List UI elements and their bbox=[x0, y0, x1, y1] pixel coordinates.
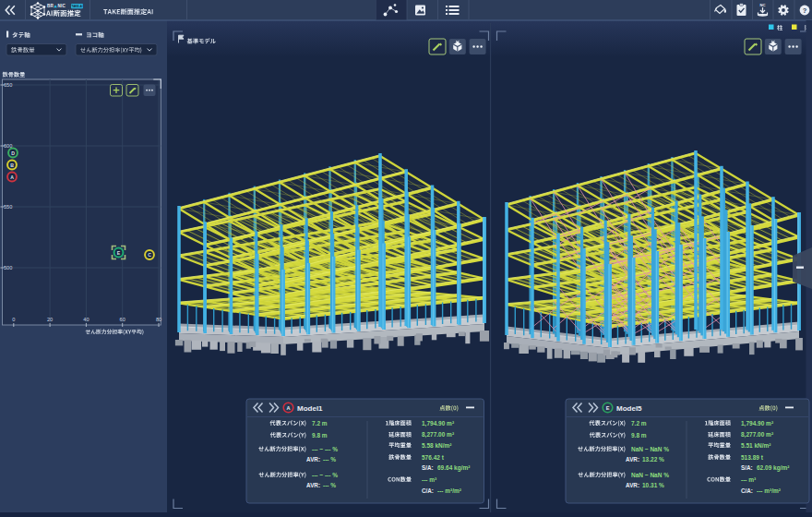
svg-text:13.22 %: 13.22 % bbox=[642, 456, 664, 463]
svg-text:NC: NC bbox=[759, 3, 765, 7]
svg-text:9.8 m: 9.8 m bbox=[631, 432, 647, 439]
svg-text:550: 550 bbox=[4, 204, 12, 210]
svg-text:0: 0 bbox=[12, 317, 15, 322]
svg-text:?: ? bbox=[803, 6, 807, 15]
svg-text:--- %: --- % bbox=[323, 456, 336, 463]
svg-text:9.8 m: 9.8 m bbox=[312, 432, 328, 439]
svg-text:--- m³/m²: --- m³/m² bbox=[437, 487, 462, 494]
svg-text:AVR:: AVR: bbox=[306, 456, 320, 463]
svg-text:B: B bbox=[10, 162, 14, 168]
svg-text:--- %: --- % bbox=[323, 482, 336, 488]
svg-text:60: 60 bbox=[120, 317, 125, 322]
svg-text:AVR:: AVR: bbox=[306, 482, 320, 488]
svg-text:576.42 t: 576.42 t bbox=[422, 454, 445, 461]
svg-text:E: E bbox=[117, 250, 121, 256]
svg-text:8,277.00 m²: 8,277.00 m² bbox=[741, 431, 774, 439]
svg-text:D: D bbox=[11, 150, 15, 156]
svg-text:--- ~ --- %: --- ~ --- % bbox=[312, 472, 338, 478]
svg-text:S/A:: S/A: bbox=[422, 464, 434, 471]
svg-text:69.64 kg/m²: 69.64 kg/m² bbox=[437, 464, 471, 472]
svg-text:E: E bbox=[606, 405, 610, 411]
svg-text:BR: BR bbox=[47, 4, 54, 8]
svg-text:650: 650 bbox=[4, 82, 12, 88]
svg-text:Model5: Model5 bbox=[616, 404, 642, 413]
svg-text:1,794.90 m²: 1,794.90 m² bbox=[422, 420, 455, 427]
svg-text:--- m³: --- m³ bbox=[422, 476, 437, 483]
svg-text:62.09 kg/m²: 62.09 kg/m² bbox=[757, 464, 790, 472]
svg-text:7.2 m: 7.2 m bbox=[631, 420, 647, 427]
svg-text:NIC: NIC bbox=[58, 4, 66, 8]
svg-text:AVR:: AVR: bbox=[626, 456, 639, 463]
svg-text:1,794.90 m²: 1,794.90 m² bbox=[741, 420, 774, 427]
svg-text:7.2 m: 7.2 m bbox=[312, 420, 328, 427]
svg-text:C/A:: C/A: bbox=[422, 487, 434, 494]
svg-text:--- m³: --- m³ bbox=[741, 476, 757, 483]
svg-text:500: 500 bbox=[4, 265, 12, 271]
svg-text:40: 40 bbox=[83, 317, 89, 322]
svg-text:20: 20 bbox=[47, 317, 53, 322]
svg-text:--- m³/m²: --- m³/m² bbox=[757, 487, 782, 494]
svg-text:NaN ~ NaN %: NaN ~ NaN % bbox=[631, 446, 669, 452]
svg-text:A: A bbox=[286, 405, 290, 411]
svg-text:8,277.00 m²: 8,277.00 m² bbox=[422, 431, 455, 439]
svg-text:A: A bbox=[10, 174, 14, 180]
svg-text:C/A:: C/A: bbox=[741, 487, 753, 494]
svg-text:AVR:: AVR: bbox=[626, 482, 639, 488]
svg-text:5.58 kN/m²: 5.58 kN/m² bbox=[422, 442, 452, 449]
svg-text:80: 80 bbox=[156, 317, 161, 322]
svg-text:S/A:: S/A: bbox=[741, 464, 753, 471]
svg-text:TAKE-AI: TAKE-AI bbox=[72, 5, 83, 8]
svg-text:513.89 t: 513.89 t bbox=[741, 454, 764, 461]
svg-text:NaN ~ NaN %: NaN ~ NaN % bbox=[631, 472, 669, 478]
svg-text:5.51 kN/m²: 5.51 kN/m² bbox=[741, 442, 771, 449]
svg-text:C: C bbox=[148, 252, 151, 258]
svg-text:--- ~ --- %: --- ~ --- % bbox=[312, 446, 338, 452]
svg-text:Model1: Model1 bbox=[297, 404, 323, 413]
svg-text:10.31 %: 10.31 % bbox=[642, 482, 664, 488]
